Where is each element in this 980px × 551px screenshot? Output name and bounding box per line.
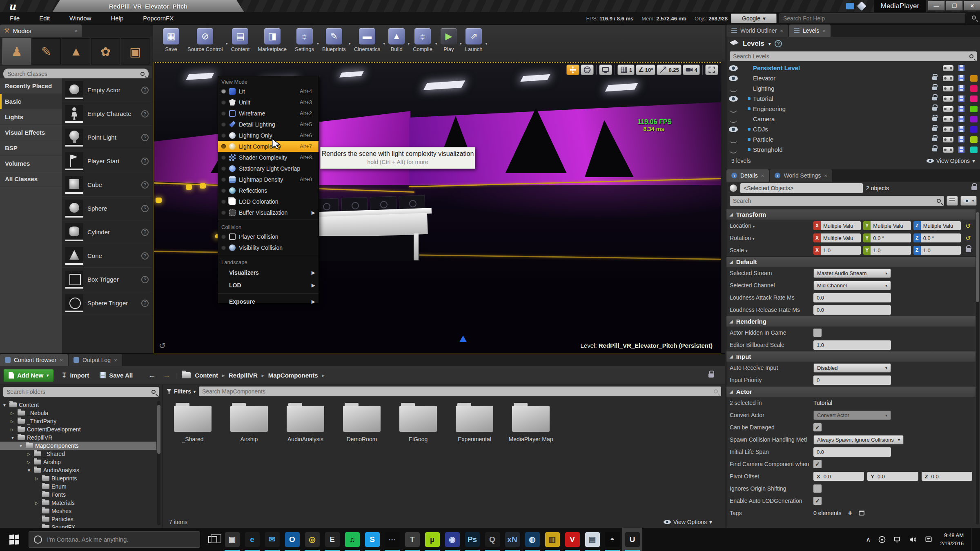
tree-row[interactable]: Fonts xyxy=(0,491,156,499)
tree-row[interactable]: ▷ Airship xyxy=(0,458,156,466)
checkbox[interactable]: ✓ xyxy=(813,497,822,505)
menu-item[interactable]: Help xyxy=(101,15,133,22)
lock-icon[interactable] xyxy=(932,117,937,121)
close-icon[interactable]: × xyxy=(114,357,117,363)
voicemeeter[interactable]: V xyxy=(562,528,582,551)
collision-item[interactable]: Visibility Collision xyxy=(218,242,318,253)
gamepad-icon[interactable] xyxy=(943,86,953,91)
minimize-button[interactable]: — xyxy=(928,1,945,11)
lock-icon[interactable] xyxy=(932,148,937,151)
add-new-button[interactable]: Add New▾ xyxy=(3,369,54,382)
close-icon[interactable]: × xyxy=(60,357,63,363)
save-level-icon[interactable] xyxy=(958,106,964,112)
help-icon[interactable]: ? xyxy=(141,276,149,283)
project-title-tab[interactable]: RedPill_VR_Elevator_Pitch xyxy=(52,0,244,12)
category-tab[interactable]: Lights xyxy=(0,109,62,125)
asset-folder[interactable]: AudioAnalysis xyxy=(283,406,328,443)
panel-tab[interactable]: World Outliner × xyxy=(726,24,788,37)
view-mode-item[interactable]: Buffer Visualization ▶ xyxy=(218,207,318,218)
details-search-input[interactable]: Search xyxy=(730,196,944,206)
camera-app[interactable]: ◉ xyxy=(442,528,462,551)
x-field[interactable]: X1.0 xyxy=(813,246,861,255)
placeable-actor[interactable]: Sphere ? xyxy=(62,197,152,220)
gamepad-icon[interactable] xyxy=(943,106,953,112)
restore-button[interactable]: ❐ xyxy=(946,1,963,11)
checkbox[interactable]: ✓ xyxy=(813,423,822,431)
expander-icon[interactable]: ▷ xyxy=(35,501,40,505)
save-all-button[interactable]: Save All xyxy=(96,372,136,379)
category-tab[interactable]: Visual Effects xyxy=(0,125,62,140)
tree-row[interactable]: Enum xyxy=(0,482,156,491)
details-scrollbar[interactable] xyxy=(976,212,979,524)
tree-row[interactable]: ▷ _Shared xyxy=(0,450,156,458)
close-icon[interactable]: × xyxy=(824,173,827,179)
forward-button[interactable]: → xyxy=(161,371,172,380)
scale-snap-button[interactable]: 0.25 xyxy=(657,64,681,75)
placeable-actor[interactable]: Cylinder ? xyxy=(62,220,152,244)
action-center-icon[interactable] xyxy=(924,535,933,544)
gamepad-icon[interactable] xyxy=(943,116,953,122)
epic-games[interactable]: E xyxy=(322,528,342,551)
section-header-default[interactable]: ◢Default xyxy=(726,256,976,267)
value-input[interactable]: 0.0 xyxy=(813,293,891,302)
expander-icon[interactable]: ▷ xyxy=(11,411,16,415)
expander-icon[interactable]: ▼ xyxy=(2,403,7,407)
gamepad-icon[interactable] xyxy=(943,65,953,71)
marketplace-gem-icon[interactable] xyxy=(857,2,866,11)
utorrent[interactable]: µ xyxy=(422,528,442,551)
level-row[interactable]: Persistent Level xyxy=(726,63,980,73)
gamepad-icon[interactable] xyxy=(943,76,953,81)
mail[interactable]: ✉ xyxy=(262,528,282,551)
save-level-icon[interactable] xyxy=(958,96,964,102)
help-icon[interactable]: ? xyxy=(141,158,149,165)
folders-app[interactable]: ▥ xyxy=(542,528,562,551)
level-row[interactable]: Particle xyxy=(726,134,980,144)
photos[interactable]: ▣ xyxy=(222,528,242,551)
value-input[interactable]: 0 xyxy=(813,375,891,385)
start-button[interactable] xyxy=(0,528,29,551)
lock-icon[interactable] xyxy=(932,97,937,100)
gamepad-icon[interactable] xyxy=(943,137,953,142)
view-mode-item[interactable]: Detail Lighting Alt+5 xyxy=(218,119,318,130)
toolbar-button[interactable]: ▲ ▾ Build xyxy=(384,27,409,53)
help-icon[interactable]: ? xyxy=(141,110,149,118)
unreal-editor[interactable]: U xyxy=(622,528,642,551)
y-field[interactable]: Y1.0 xyxy=(863,246,911,255)
back-button[interactable]: ← xyxy=(147,371,157,380)
surface-snap-button[interactable] xyxy=(599,64,612,75)
category-tab[interactable]: Recently Placed xyxy=(0,78,62,94)
network-tray-icon[interactable] xyxy=(893,535,902,544)
asset-folder[interactable]: Airship xyxy=(226,406,272,443)
tree-row[interactable]: ▼ Content xyxy=(0,401,156,409)
cb-view-options[interactable]: View Options▾ xyxy=(664,519,712,525)
property-matrix-button[interactable] xyxy=(947,196,958,206)
level-color-chip[interactable] xyxy=(970,106,978,112)
close-icon[interactable]: × xyxy=(74,28,78,34)
view-mode-item[interactable]: Lighting Only Alt+6 xyxy=(218,130,318,141)
cortana-search-input[interactable]: I'm Cortana. Ask me anything. xyxy=(29,531,200,548)
exposure-item[interactable]: Exposure ▶ xyxy=(218,295,318,308)
visibility-eye-icon[interactable] xyxy=(729,76,738,81)
reset-icon[interactable]: ↺ xyxy=(964,222,972,230)
expander-icon[interactable]: ▷ xyxy=(27,452,32,456)
help-icon[interactable]: ? xyxy=(141,134,149,141)
panel-tab[interactable]: Output Log × xyxy=(69,354,122,366)
rotation-grid-button[interactable] xyxy=(581,64,594,75)
x-field[interactable]: XMultiple Valu xyxy=(813,221,861,230)
save-level-icon[interactable] xyxy=(958,75,964,81)
selected-objects-dropdown[interactable]: <Selected Objects> xyxy=(740,183,863,193)
toolbar-button[interactable]: ▦ Save xyxy=(159,27,183,53)
placeable-actor[interactable]: Empty Actor ? xyxy=(62,78,152,102)
expander-icon[interactable]: ▷ xyxy=(11,427,16,432)
y-field[interactable]: YMultiple Valu xyxy=(863,221,911,230)
search-assets-input[interactable]: Search MapComponents xyxy=(199,387,721,396)
placeable-actor[interactable]: Player Start ? xyxy=(62,149,152,173)
grid-snap-button[interactable]: 1 xyxy=(617,64,635,75)
visibility-eye-icon[interactable] xyxy=(729,65,738,71)
pivot-z-field[interactable]: Z0.0 xyxy=(922,472,972,481)
save-level-icon[interactable] xyxy=(958,126,964,132)
tree-scrollbar[interactable] xyxy=(157,401,160,525)
gamepad-icon[interactable] xyxy=(943,127,953,132)
view-mode-item[interactable]: Lightmap Density Alt+0 xyxy=(218,174,318,185)
pivot-y-field[interactable]: Y0.0 xyxy=(867,472,918,481)
